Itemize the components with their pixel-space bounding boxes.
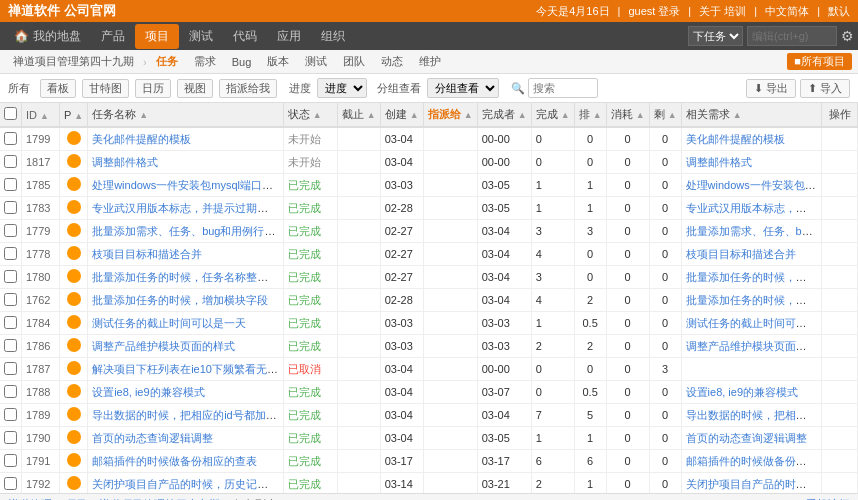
- subnav-requirement[interactable]: 需求: [187, 52, 223, 71]
- related-link[interactable]: 关闭护项目自产品的时候，历史记录: [686, 478, 822, 490]
- row-checkbox[interactable]: [4, 270, 17, 283]
- row-ops[interactable]: [822, 312, 858, 335]
- col-id-header[interactable]: ID ▲: [22, 103, 60, 127]
- nav-project[interactable]: 项目: [135, 24, 179, 49]
- col-deadline-header[interactable]: 截止 ▲: [337, 103, 380, 127]
- related-link[interactable]: 批量添加需求、任务、bug和用例: [686, 225, 822, 237]
- row-cb[interactable]: [0, 266, 22, 289]
- row-cb[interactable]: [0, 381, 22, 404]
- row-name[interactable]: 批量添加需求、任务、bug和用例行符行处理为: [88, 220, 284, 243]
- row-name[interactable]: 美化邮件提醒的模板: [88, 127, 284, 151]
- row-cb[interactable]: [0, 174, 22, 197]
- row-ops[interactable]: [822, 427, 858, 450]
- group-by-select[interactable]: 分组查看: [427, 78, 499, 98]
- row-ops[interactable]: [822, 381, 858, 404]
- task-name-link[interactable]: 首页的动态查询逻辑调整: [92, 432, 213, 444]
- row-related[interactable]: [681, 358, 821, 381]
- col-complete-header[interactable]: 完成 ▲: [531, 103, 574, 127]
- row-ops[interactable]: [822, 335, 858, 358]
- related-link[interactable]: 导出数据的时候，把相应的id号都加: [686, 409, 822, 421]
- related-link[interactable]: 枝项目目标和描述合并: [686, 248, 796, 260]
- export-btn[interactable]: ⬇ 导出: [746, 79, 796, 98]
- row-cb[interactable]: [0, 335, 22, 358]
- subnav-maintain[interactable]: 维护: [412, 52, 448, 71]
- row-checkbox[interactable]: [4, 477, 17, 490]
- subnav-version[interactable]: 版本: [260, 52, 296, 71]
- row-checkbox[interactable]: [4, 201, 17, 214]
- row-related[interactable]: 调整产品维护模块页面的样式: [681, 335, 821, 358]
- row-related[interactable]: 邮箱插件的时候做备份相应的查表: [681, 450, 821, 473]
- row-cb[interactable]: [0, 289, 22, 312]
- task-name-link[interactable]: 设置ie8, ie9的兼容模式: [92, 386, 204, 398]
- row-name[interactable]: 处理windows一件安装包mysql端口检测及连接验证问题: [88, 174, 284, 197]
- row-ops[interactable]: [822, 197, 858, 220]
- row-name[interactable]: 批量添加任务的时候，任务名称整理和需求功能: [88, 266, 284, 289]
- task-name-link[interactable]: 处理windows一件安装包mysql端口检测及连接验证问题: [92, 179, 283, 191]
- col-order-header[interactable]: 排 ▲: [574, 103, 606, 127]
- row-checkbox[interactable]: [4, 362, 17, 375]
- row-cb[interactable]: [0, 404, 22, 427]
- row-cb[interactable]: [0, 127, 22, 151]
- row-checkbox[interactable]: [4, 293, 17, 306]
- user-login[interactable]: guest 登录: [628, 4, 680, 19]
- row-ops[interactable]: [822, 358, 858, 381]
- related-link[interactable]: 专业武汉用版本标志，并提示过期时限: [686, 202, 822, 214]
- assigned-to-me-btn[interactable]: 指派给我: [219, 79, 277, 98]
- related-link[interactable]: 批量添加任务的时候，任务名称整理和需求功能: [686, 271, 822, 283]
- select-all-checkbox[interactable]: [4, 107, 17, 120]
- row-checkbox[interactable]: [4, 316, 17, 329]
- subnav-task[interactable]: 任务: [149, 52, 185, 71]
- col-finished-header[interactable]: 完成者 ▲: [477, 103, 531, 127]
- row-cb[interactable]: [0, 243, 22, 266]
- settings-icon[interactable]: ⚙: [841, 28, 854, 44]
- theme-link[interactable]: 默认: [828, 4, 850, 19]
- row-ops[interactable]: [822, 450, 858, 473]
- row-related[interactable]: 批量添加任务的时候，任务名称整理和需求功能: [681, 266, 821, 289]
- col-related-header[interactable]: 相关需求 ▲: [681, 103, 821, 127]
- row-name[interactable]: 首页的动态查询逻辑调整: [88, 427, 284, 450]
- row-name[interactable]: 枝项目目标和描述合并: [88, 243, 284, 266]
- task-name-link[interactable]: 导出数据的时候，把相应的id号都加上。: [92, 409, 283, 421]
- related-link[interactable]: 调整邮件格式: [686, 156, 752, 168]
- task-name-link[interactable]: 美化邮件提醒的模板: [92, 133, 191, 145]
- row-name[interactable]: 解决项目下枉列表在ie10下频繁看无法输入数据: [88, 358, 284, 381]
- related-link[interactable]: 调整产品维护模块页面的样式: [686, 340, 822, 352]
- related-link[interactable]: 首页的动态查询逻辑调整: [686, 432, 807, 444]
- col-left-header[interactable]: 剩 ▲: [649, 103, 681, 127]
- row-checkbox[interactable]: [4, 178, 17, 191]
- related-link[interactable]: 处理windows一件安装包mysql端口检测及连接验证问题: [686, 179, 822, 191]
- col-created-header[interactable]: 创建 ▲: [380, 103, 423, 127]
- row-related[interactable]: 批量添加任务的时候，增加横块字段: [681, 289, 821, 312]
- col-assigned-header[interactable]: 指派给 ▲: [423, 103, 477, 127]
- row-cb[interactable]: [0, 473, 22, 494]
- navbar-search-input[interactable]: [747, 26, 837, 46]
- subnav-bug[interactable]: Bug: [225, 54, 259, 70]
- task-dropdown[interactable]: 下任务: [688, 26, 743, 46]
- task-name-link[interactable]: 调整产品维护模块页面的样式: [92, 340, 235, 352]
- row-name[interactable]: 调整邮件格式: [88, 151, 284, 174]
- row-cb[interactable]: [0, 151, 22, 174]
- row-ops[interactable]: [822, 174, 858, 197]
- task-name-link[interactable]: 调整邮件格式: [92, 156, 158, 168]
- nav-org[interactable]: 组织: [311, 24, 355, 49]
- row-cb[interactable]: [0, 358, 22, 381]
- col-status-header[interactable]: 状态 ▲: [283, 103, 337, 127]
- task-name-link[interactable]: 批量添加需求、任务、bug和用例行符行处理为: [92, 225, 283, 237]
- row-related[interactable]: 美化邮件提醒的模板: [681, 127, 821, 151]
- row-name[interactable]: 调整产品维护模块页面的样式: [88, 335, 284, 358]
- row-ops[interactable]: [822, 289, 858, 312]
- row-related[interactable]: 枝项目目标和描述合并: [681, 243, 821, 266]
- lang-link[interactable]: 中文简体: [765, 4, 809, 19]
- row-cb[interactable]: [0, 450, 22, 473]
- subnav-project-name[interactable]: 禅道项目管理第四十九期: [6, 52, 141, 71]
- row-name[interactable]: 测试任务的截止时间可以是一天: [88, 312, 284, 335]
- related-link[interactable]: 测试任务的截止时间可以是一天: [686, 317, 822, 329]
- row-ops[interactable]: [822, 127, 858, 151]
- row-name[interactable]: 设置ie8, ie9的兼容模式: [88, 381, 284, 404]
- nav-product[interactable]: 产品: [91, 24, 135, 49]
- listview-view-btn[interactable]: 视图: [177, 79, 213, 98]
- row-ops[interactable]: [822, 266, 858, 289]
- row-ops[interactable]: [822, 473, 858, 494]
- related-link[interactable]: 邮箱插件的时候做备份相应的查表: [686, 455, 822, 467]
- row-related[interactable]: 关闭护项目自产品的时候，历史记录: [681, 473, 821, 494]
